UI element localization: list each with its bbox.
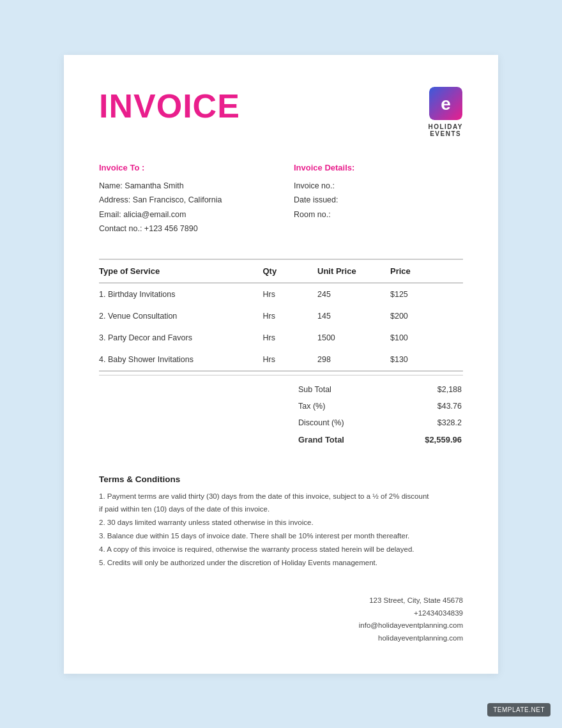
- col-unit: Unit Price: [317, 259, 390, 283]
- service-unit: 1500: [317, 327, 390, 349]
- billing-name: Name: Samantha Smith: [99, 179, 268, 193]
- service-name: 2. Venue Consultation: [99, 305, 263, 327]
- discount-label: Discount (%): [298, 415, 388, 430]
- invoice-details-label: Invoice Details:: [294, 163, 463, 172]
- subtotal-label: Sub Total: [298, 382, 388, 397]
- service-price: $125: [390, 283, 463, 305]
- footer-email: info@holidayeventplanning.com: [99, 619, 463, 632]
- list-item: 3. Balance due within 15 days of invoice…: [99, 530, 463, 542]
- room-no: Room no.:: [294, 208, 463, 222]
- list-item: 4. A copy of this invoice is required, o…: [99, 543, 463, 556]
- tax-row: Tax (%) $43.76: [298, 398, 462, 414]
- subtotal-value: $2,188: [390, 382, 462, 397]
- terms-section: Terms & Conditions 1. Payment terms are …: [99, 474, 463, 570]
- service-qty: Hrs: [263, 283, 318, 305]
- totals-table: Sub Total $2,188 Tax (%) $43.76 Discount…: [297, 381, 463, 449]
- billing-section: Invoice To : Name: Samantha Smith Addres…: [99, 163, 463, 236]
- billing-right: Invoice Details: Invoice no.: Date issue…: [268, 163, 463, 236]
- template-badge: TEMPLATE.NET: [487, 703, 551, 717]
- footer-website: holidayeventplanning.com: [99, 632, 463, 645]
- totals-section: Sub Total $2,188 Tax (%) $43.76 Discount…: [99, 375, 463, 449]
- invoice-header: INVOICE e HOLIDAYEVENTS: [99, 87, 463, 137]
- invoice-no: Invoice no.:: [294, 179, 463, 193]
- list-item: 5. Credits will only be authorized under…: [99, 557, 463, 569]
- service-price: $100: [390, 327, 463, 349]
- list-item: 2. 30 days limited warranty unless state…: [99, 517, 463, 529]
- invoice-to-label: Invoice To :: [99, 163, 268, 172]
- billing-email: Email: alicia@email.com: [99, 208, 268, 222]
- billing-contact: Contact no.: +123 456 7890: [99, 222, 268, 236]
- table-row: 3. Party Decor and Favors Hrs 1500 $100: [99, 327, 463, 349]
- service-name: 1. Birthday Invitations: [99, 283, 263, 305]
- grand-total-value: $2,559.96: [390, 432, 462, 448]
- service-name: 3. Party Decor and Favors: [99, 327, 263, 349]
- table-row: 1. Birthday Invitations Hrs 245 $125: [99, 283, 463, 305]
- footer-phone: +12434034839: [99, 607, 463, 620]
- service-unit: 298: [317, 349, 390, 371]
- discount-row: Discount (%) $328.2: [298, 415, 462, 430]
- list-item: if paid within ten (10) days of the date…: [99, 503, 463, 515]
- date-issued: Date issued:: [294, 193, 463, 208]
- table-row: 4. Baby Shower Invitations Hrs 298 $130: [99, 349, 463, 371]
- grand-total-row: Grand Total $2,559.96: [298, 432, 462, 448]
- invoice-title: INVOICE: [99, 87, 240, 125]
- terms-list: 1. Payment terms are valid thirty (30) d…: [99, 490, 463, 570]
- services-table: Type of Service Qty Unit Price Price 1. …: [99, 259, 463, 372]
- logo-area: e HOLIDAYEVENTS: [428, 87, 463, 137]
- service-qty: Hrs: [263, 327, 318, 349]
- invoice-card: INVOICE e HOLIDAYEVENTS: [64, 55, 498, 674]
- billing-left: Invoice To : Name: Samantha Smith Addres…: [99, 163, 268, 236]
- service-name: 4. Baby Shower Invitations: [99, 349, 263, 371]
- col-qty: Qty: [263, 259, 318, 283]
- logo-text: HOLIDAYEVENTS: [428, 123, 463, 137]
- service-qty: Hrs: [263, 305, 318, 327]
- service-unit: 145: [317, 305, 390, 327]
- table-row: 2. Venue Consultation Hrs 145 $200: [99, 305, 463, 327]
- billing-address: Address: San Francisco, California: [99, 193, 268, 208]
- service-price: $130: [390, 349, 463, 371]
- discount-value: $328.2: [390, 415, 462, 430]
- col-price: Price: [390, 259, 463, 283]
- service-price: $200: [390, 305, 463, 327]
- page-wrapper: INVOICE e HOLIDAYEVENTS: [0, 0, 562, 728]
- service-unit: 245: [317, 283, 390, 305]
- grand-total-label: Grand Total: [298, 432, 388, 448]
- logo-icon: e: [429, 87, 462, 120]
- service-qty: Hrs: [263, 349, 318, 371]
- footer-address: 123 Street, City, State 45678: [99, 595, 463, 607]
- invoice-footer: 123 Street, City, State 45678 +124340348…: [99, 595, 463, 644]
- list-item: 1. Payment terms are valid thirty (30) d…: [99, 490, 463, 503]
- terms-title: Terms & Conditions: [99, 474, 463, 484]
- col-service: Type of Service: [99, 259, 263, 283]
- tax-value: $43.76: [390, 398, 462, 414]
- svg-text:e: e: [441, 94, 451, 114]
- tax-label: Tax (%): [298, 398, 388, 414]
- subtotal-row: Sub Total $2,188: [298, 382, 462, 397]
